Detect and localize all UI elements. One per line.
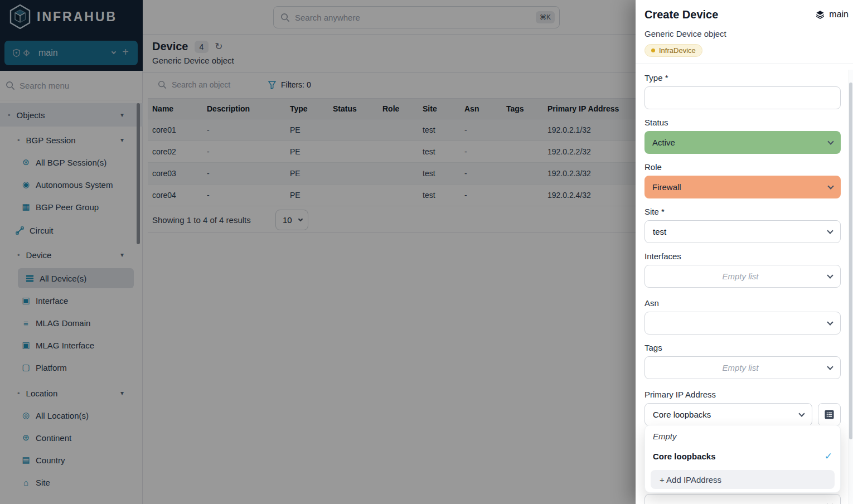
kind-badge: InfraDevice: [644, 44, 702, 57]
list-view-icon: [824, 409, 835, 420]
field-type: Type *: [644, 73, 841, 109]
dropdown-option-empty[interactable]: Empty: [653, 432, 677, 441]
field-label: Tags: [644, 343, 841, 352]
tags-select[interactable]: Empty list: [644, 356, 841, 379]
chevron-down-icon: [827, 319, 833, 325]
drawer-title: Create Device: [644, 8, 718, 21]
chevron-down-icon: [827, 227, 833, 234]
type-input[interactable]: [644, 86, 841, 109]
field-label: Interfaces: [644, 251, 841, 261]
field-primary-ip: Primary IP Address Core loopbacks: [644, 390, 841, 426]
site-value: test: [653, 227, 828, 236]
chevron-down-icon: [827, 183, 833, 189]
layers-icon: [815, 9, 825, 20]
create-device-drawer: Create Device main Generic Device object…: [636, 0, 853, 504]
drawer-branch-name: main: [829, 9, 849, 20]
empty-list-placeholder: Empty list: [653, 363, 828, 372]
field-label: Primary IP Address: [644, 390, 841, 399]
primary-ip-select[interactable]: Core loopbacks: [644, 403, 812, 426]
field-site: Site * test: [644, 207, 841, 243]
status-value: Active: [652, 138, 828, 147]
chevron-down-icon: [827, 364, 833, 370]
check-icon: ✓: [825, 450, 832, 462]
app-root: INFRAHUB main +: [0, 0, 853, 504]
drawer-scrollbar[interactable]: [849, 83, 852, 439]
ip-list-view-button[interactable]: [818, 403, 841, 426]
chevron-down-icon: [798, 410, 804, 416]
primary-ip-dropdown: Empty Core loopbacks ✓ + Add IPAddress: [644, 425, 841, 493]
field-asn: Asn: [644, 298, 841, 335]
next-field-select-partial[interactable]: [644, 494, 841, 504]
role-select[interactable]: Firewall: [644, 176, 841, 198]
field-status: Status Active: [644, 118, 841, 154]
drawer-subtitle: Generic Device object: [644, 29, 726, 38]
drawer-header-divider: [636, 64, 853, 64]
option-label: Core loopbacks: [653, 452, 825, 461]
chevron-down-icon: [827, 138, 833, 144]
status-select[interactable]: Active: [644, 131, 841, 154]
drawer-branch-indicator: main: [815, 9, 849, 20]
site-select[interactable]: test: [644, 220, 841, 243]
field-label: Type *: [644, 73, 841, 83]
field-role: Role Firewall: [644, 162, 841, 198]
badge-dot-icon: [651, 49, 655, 52]
primary-ip-value: Core loopbacks: [653, 410, 799, 419]
field-label: Status: [644, 118, 841, 127]
role-value: Firewall: [652, 182, 828, 192]
field-label: Asn: [644, 298, 841, 308]
field-label: Role: [644, 162, 841, 172]
dropdown-option-core-loopbacks[interactable]: Core loopbacks ✓: [653, 450, 832, 462]
empty-list-placeholder: Empty list: [653, 272, 828, 281]
chevron-down-icon: [827, 501, 833, 504]
field-tags: Tags Empty list: [644, 343, 841, 379]
kind-badge-label: InfraDevice: [659, 46, 696, 55]
add-ipaddress-button[interactable]: + Add IPAddress: [651, 470, 835, 489]
interfaces-select[interactable]: Empty list: [644, 265, 841, 288]
field-label: Site *: [644, 207, 841, 216]
chevron-down-icon: [827, 272, 833, 278]
field-interfaces: Interfaces Empty list: [644, 251, 841, 288]
asn-select[interactable]: [644, 312, 841, 335]
